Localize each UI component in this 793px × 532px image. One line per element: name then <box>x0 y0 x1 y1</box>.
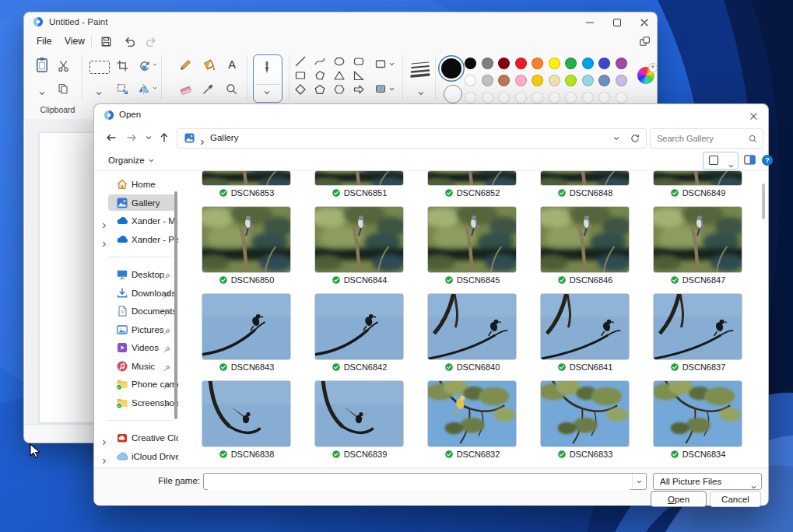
color-swatch[interactable] <box>482 75 493 86</box>
sidebar-item-pictures[interactable]: Pictures <box>94 320 178 339</box>
shape-diamond[interactable] <box>295 84 306 95</box>
search-icon[interactable] <box>748 133 758 147</box>
breadcrumb-location[interactable]: Gallery <box>210 133 238 142</box>
color-swatch-empty[interactable] <box>565 92 577 103</box>
paint-titlebar[interactable]: Untitled - Paint <box>24 12 657 32</box>
color-swatch[interactable] <box>482 58 493 69</box>
redo-button[interactable] <box>144 34 158 48</box>
select-button[interactable] <box>89 61 110 74</box>
shape-outline-dropdown-icon[interactable] <box>389 61 395 67</box>
sidebar-item-gallery[interactable]: Gallery <box>94 194 178 212</box>
layers-button[interactable] <box>637 34 651 48</box>
color-swatch[interactable] <box>498 58 510 69</box>
color-swatch-empty[interactable] <box>616 92 627 103</box>
file-item-dscn6850[interactable]: DSCN6850 <box>202 206 291 287</box>
shape-right-triangle[interactable] <box>353 70 364 81</box>
maximize-button[interactable] <box>605 12 629 32</box>
file-item-dscn6834[interactable]: DSCN6834 <box>653 380 742 461</box>
flip-dropdown-icon[interactable] <box>153 86 157 90</box>
preview-pane-button[interactable] <box>743 153 756 166</box>
file-name-dropdown-icon[interactable] <box>632 474 646 489</box>
select-dropdown-icon[interactable] <box>96 90 102 96</box>
brushes-dropdown-icon[interactable] <box>264 89 270 96</box>
forward-button[interactable] <box>124 130 139 145</box>
search-box[interactable] <box>650 128 763 149</box>
address-bar[interactable]: Gallery <box>177 128 647 149</box>
magnifier-tool[interactable] <box>225 82 238 96</box>
shape-line[interactable] <box>295 56 306 67</box>
sidebar-item-downloads[interactable]: Downloads <box>94 284 178 303</box>
sidebar-item-videos[interactable]: Videos <box>94 338 178 357</box>
color-swatch[interactable] <box>532 75 543 86</box>
shape-pentagon[interactable] <box>314 84 325 95</box>
sidebar-item-screenshots[interactable]: Screenshots <box>94 394 178 412</box>
cut-button[interactable] <box>57 59 70 72</box>
shape-rectangle[interactable] <box>295 70 306 81</box>
sidebar-item-icloud-drive[interactable]: iCloud Drive <box>94 447 178 466</box>
sidebar-item-desktop[interactable]: Desktop <box>94 265 178 284</box>
file-item-dscn6853[interactable]: DSCN6853 <box>202 170 291 200</box>
color-swatch[interactable] <box>616 58 627 69</box>
sidebar-item-home[interactable]: Home <box>94 175 178 194</box>
file-item-dscn6847[interactable]: DSCN6847 <box>653 206 742 287</box>
color-swatch-empty[interactable] <box>515 92 527 103</box>
color-swatch[interactable] <box>582 75 594 86</box>
file-item-dscn6848[interactable]: DSCN6848 <box>540 170 630 200</box>
recent-locations-icon[interactable] <box>141 130 156 145</box>
color-swatch-empty[interactable] <box>465 92 476 103</box>
sidebar-item-phone-camer[interactable]: Phone camer <box>94 375 178 394</box>
file-list-scrollbar[interactable] <box>762 184 765 219</box>
expander-chevron-icon[interactable] <box>101 453 107 467</box>
file-item-dscn6845[interactable]: DSCN6845 <box>427 206 517 287</box>
color-swatch[interactable] <box>515 58 527 69</box>
sidebar-item-xander-person[interactable]: Xander - Person <box>94 230 178 249</box>
file-item-dscn6838[interactable]: DSCN6838 <box>202 380 291 461</box>
undo-button[interactable] <box>122 34 136 48</box>
color-swatch[interactable] <box>549 75 560 86</box>
color-swatch[interactable] <box>598 58 610 69</box>
dialog-titlebar[interactable]: Open <box>94 104 768 125</box>
color-swatch-empty[interactable] <box>498 92 510 103</box>
close-button[interactable] <box>633 12 656 32</box>
save-button[interactable] <box>99 34 113 48</box>
resize-button[interactable] <box>116 82 129 96</box>
text-tool[interactable]: A <box>225 58 239 72</box>
stroke-dropdown-icon[interactable] <box>418 90 424 96</box>
file-item-dscn6842[interactable]: DSCN6842 <box>314 293 404 374</box>
color-picker-tool[interactable] <box>202 82 215 96</box>
sidebar-item-documents[interactable]: Documents <box>94 302 178 320</box>
color-swatch[interactable] <box>565 75 577 86</box>
open-button[interactable]: Open <box>651 491 707 507</box>
color1-swatch[interactable] <box>441 58 461 79</box>
color-swatch-empty[interactable] <box>482 92 493 103</box>
sidebar-item-music[interactable]: Music <box>94 357 178 376</box>
edit-colors-button[interactable] <box>637 67 654 84</box>
file-item-dscn6841[interactable]: DSCN6841 <box>540 293 630 374</box>
back-button[interactable] <box>104 130 119 145</box>
flip-button[interactable] <box>138 82 151 96</box>
rotate-button[interactable] <box>138 59 151 72</box>
color-swatch[interactable] <box>565 58 577 69</box>
file-item-dscn6849[interactable]: DSCN6849 <box>653 170 742 200</box>
file-item-dscn6839[interactable]: DSCN6839 <box>314 380 404 461</box>
color-swatch[interactable] <box>498 75 510 86</box>
dialog-close-button[interactable] <box>746 109 760 123</box>
file-item-dscn6852[interactable]: DSCN6852 <box>427 170 517 200</box>
color-swatch[interactable] <box>465 58 476 69</box>
view-mode-button[interactable] <box>703 152 739 170</box>
shape-curve[interactable] <box>314 56 325 67</box>
color-swatch-empty[interactable] <box>598 92 610 103</box>
organize-button[interactable]: Organize <box>108 152 154 168</box>
sidebar-item-creative-cloud-f[interactable]: Creative Cloud F <box>94 429 178 447</box>
color-swatch[interactable] <box>582 58 594 69</box>
shape-triangle[interactable] <box>334 70 345 81</box>
file-item-dscn6846[interactable]: DSCN6846 <box>540 206 630 287</box>
file-type-select[interactable]: All Picture Files <box>653 473 762 490</box>
expander-chevron-icon[interactable] <box>101 236 107 250</box>
file-name-field[interactable] <box>203 473 647 490</box>
refresh-icon[interactable] <box>627 131 643 146</box>
shape-fill-dropdown-icon[interactable] <box>389 86 395 92</box>
color-swatch-empty[interactable] <box>549 92 560 103</box>
crop-button[interactable] <box>116 59 129 72</box>
paste-dropdown-icon[interactable] <box>39 90 45 96</box>
